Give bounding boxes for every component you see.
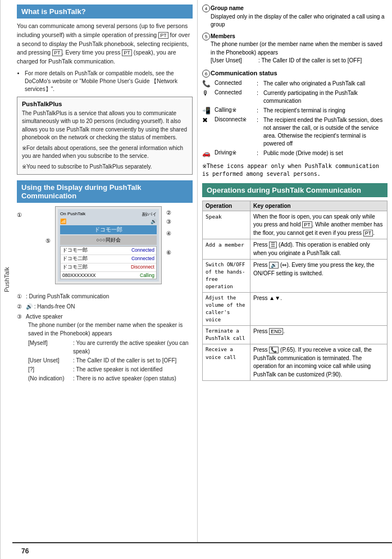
handsfree-icon: 🔊 xyxy=(151,219,157,224)
item-group-name: 4 Group name Displayed only in the displ… xyxy=(202,4,388,29)
pushtalk-plus-text: The PushTalkPlus is a service that allow… xyxy=(22,110,188,142)
group-name-title: Group name xyxy=(211,5,244,11)
disconnect-icon: ✖ xyxy=(202,116,215,124)
ops-col-key: Key operation xyxy=(250,201,388,211)
ops-key-add: Press ☰ (Add). This operation is enabled… xyxy=(250,239,388,260)
ann-myself-value: : You are currently the active speaker (… xyxy=(73,339,193,356)
bottom-bar: 76 xyxy=(12,542,392,559)
ops-col-operation: Operation xyxy=(203,201,250,211)
ann-block-3: The phone number (or the member name whe… xyxy=(28,321,193,383)
ann-num-1: ① xyxy=(17,292,26,301)
sidebar-label: PushTalk xyxy=(3,267,10,292)
ann-question-label: [?] xyxy=(28,365,73,374)
ops-header: Operations during PushTalk Communication xyxy=(202,183,388,197)
columns: What is PushTalk? You can communicate am… xyxy=(12,0,392,542)
bullet-item: For more details on PushTalk or compatib… xyxy=(25,70,193,93)
phone-screen: On PushTalk 副/バイ 📶 🔊 ドコモ一郎 ○○○同好会 xyxy=(58,209,159,281)
ann-noind-value: : There is no active speaker (open statu… xyxy=(73,374,193,383)
sidebar: PushTalk xyxy=(0,0,12,559)
driving-icon: 🚗 xyxy=(202,149,215,157)
member-row-1: ドコモ二郎 Connected xyxy=(61,255,156,263)
ann-user-unset: [User Unset] : The Caller ID of the call… xyxy=(28,356,193,365)
ann-question: [?] : The active speaker is not identifi… xyxy=(28,365,193,374)
what-is-body: You can communicate among several person… xyxy=(17,22,193,66)
annotation-3: ③ Active speaker The phone number (or th… xyxy=(17,312,193,383)
status-connected-part: 🎙 Connected : Currently participating in… xyxy=(202,89,388,105)
ops-op-volume: Adjust the volume of the caller's voice xyxy=(203,293,250,326)
member-name-0: ドコモ一郎 xyxy=(62,247,88,254)
ops-key-receive: Press 📞 (P.65). If you receive a voice c… xyxy=(250,344,388,381)
status-disconnect: ✖ Disconnect※ : The recipient ended the … xyxy=(202,116,388,148)
note-star: ※These icons appear only when PushTalk c… xyxy=(202,162,388,179)
ops-op-switch: Switch ON/OFF of the hands-free operatio… xyxy=(203,260,250,293)
phone-display: On PushTalk 副/バイ 📶 🔊 ドコモ一郎 ○○○同好会 xyxy=(55,206,162,284)
member-name-1: ドコモ二郎 xyxy=(62,256,88,262)
ann-speaker-desc: The phone number (or the member name whe… xyxy=(28,321,193,338)
ops-key-switch: Press 🔊 (⇔). Every time you press the ke… xyxy=(250,260,388,293)
members-user-unset: [User Unset] : The Caller ID of the call… xyxy=(211,57,388,65)
num-4: 4 xyxy=(202,4,210,12)
ops-op-add: Add a member xyxy=(203,239,250,260)
ops-row-switch: Switch ON/OFF of the hands-free operatio… xyxy=(203,260,388,293)
num-6: 6 xyxy=(202,70,210,78)
comm-status-table: 📞 Connected : The caller who originated … xyxy=(202,80,388,159)
pushtalk-plus-title: PushTalkPlus xyxy=(22,101,188,107)
members-content: Members The phone number (or the member … xyxy=(211,33,388,66)
ops-key-volume: Press ▲▼. xyxy=(250,293,388,326)
ann-no-indication: (No indication) : There is no active spe… xyxy=(28,374,193,383)
phone-label: On PushTalk xyxy=(60,211,85,217)
ann-userunset-value: : The Caller ID of the caller is set to … xyxy=(73,356,193,365)
phone-top-bar: On PushTalk 副/バイ xyxy=(60,211,157,217)
connected-orig-desc: The caller who originated a PushTalk cal… xyxy=(263,80,388,88)
group-name-content: Group name Displayed only in the display… xyxy=(211,4,388,29)
connected-orig-icon: 📞 xyxy=(202,80,215,88)
member-status-1: Connected xyxy=(131,256,154,262)
calling-label: Calling※ xyxy=(215,107,257,113)
members-userunset-label: [User Unset] xyxy=(211,57,258,65)
member-status-0: Connected xyxy=(131,247,154,254)
ann-userunset-label: [User Unset] xyxy=(28,356,73,365)
ann-content-2: 🔊 : Hands-free ON xyxy=(26,302,193,311)
ops-row-receive: Receive a voice call Press 📞 (P.65). If … xyxy=(203,344,388,381)
members-sub-list: [User Unset] : The Caller ID of the call… xyxy=(211,57,388,65)
member-status-2: Disconnect xyxy=(131,264,154,271)
pushtalk-plus-box: PushTalkPlus The PushTalkPlus is a servi… xyxy=(17,97,193,175)
group-name-desc: Displayed only in the display of the cal… xyxy=(211,13,385,28)
phone-member-list: ドコモ一郎 Connected ドコモ二郎 Connected ドコモ三郎 Di… xyxy=(60,246,157,279)
operations-table: Operation Key operation Speak When the f… xyxy=(202,201,388,381)
ops-row-volume: Adjust the volume of the caller's voice … xyxy=(203,293,388,326)
ops-row-add: Add a member Press ☰ (Add). This operati… xyxy=(203,239,388,260)
left-column: What is PushTalk? You can communicate am… xyxy=(12,0,198,542)
status-calling: 📲 Calling※ : The recipient's terminal is… xyxy=(202,107,388,115)
phone-name: ドコモ一郎 xyxy=(60,225,157,234)
phone-bar-right: 副/バイ xyxy=(142,211,157,217)
ann-content-1: : During PushTalk communication xyxy=(26,292,193,301)
member-status-3: Calling xyxy=(140,272,154,278)
member-row-3: 080XXXXXXXX Calling xyxy=(61,272,156,279)
what-is-header: What is PushTalk? xyxy=(17,4,193,19)
display-header: Using the Display during PushTalk Commun… xyxy=(17,180,193,203)
ann-num-3: ③ xyxy=(17,312,26,321)
disconnect-label: Disconnect※ xyxy=(215,116,257,122)
members-userunset-value: : The Caller ID of the caller is set to … xyxy=(258,57,388,65)
disconnect-desc: The recipient ended the PushTalk session… xyxy=(263,116,388,148)
driving-desc: Public mode (Drive mode) is set xyxy=(263,149,388,157)
driving-label: Driving※ xyxy=(215,149,257,156)
ops-key-terminate: Press END. xyxy=(250,326,388,344)
member-row-0: ドコモ一郎 Connected xyxy=(61,247,156,255)
ann-myself-label: [Myself] xyxy=(28,339,73,356)
comm-status-title: Communication status xyxy=(211,70,277,78)
ann-num-2: ② xyxy=(17,302,26,311)
ops-row-terminate: Terminate a PushTalk call Press END. xyxy=(203,326,388,344)
connected-part-desc: Currently participating in the PushTalk … xyxy=(263,89,388,105)
ann-title-3: Active speaker xyxy=(26,312,63,321)
ops-op-receive: Receive a voice call xyxy=(203,344,250,381)
annotation-1: ① : During PushTalk communication xyxy=(17,292,193,301)
member-name-2: ドコモ三郎 xyxy=(62,264,88,271)
ops-op-terminate: Terminate a PushTalk call xyxy=(203,326,250,344)
antenna-icon: 📶 xyxy=(60,219,66,224)
right-column: 4 Group name Displayed only in the displ… xyxy=(198,0,392,542)
member-row-2: ドコモ三郎 Disconnect xyxy=(61,263,156,272)
num-5: 5 xyxy=(202,33,210,40)
item-comm-status: 6 Communication status 📞 Connected : The… xyxy=(202,70,388,159)
